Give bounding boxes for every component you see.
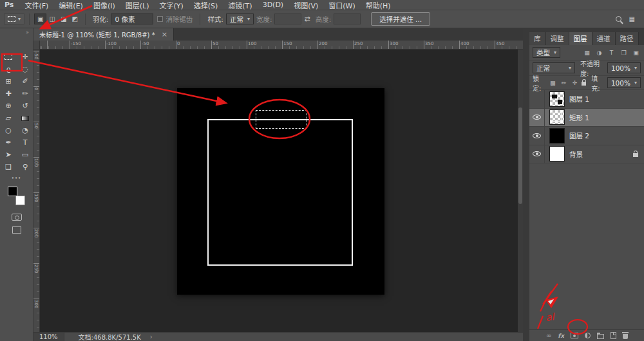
close-icon[interactable]: × (162, 30, 167, 39)
status-expand-icon[interactable]: › (150, 333, 153, 340)
layer-thumbnail[interactable] (549, 91, 565, 107)
menu-3d[interactable]: 3D(D) (258, 1, 289, 9)
menu-file[interactable]: 文件(F) (19, 0, 53, 10)
tool-type[interactable]: T (17, 136, 33, 149)
tool-move[interactable]: ✛ (17, 51, 33, 63)
tool-eyedropper[interactable]: ✐ (17, 75, 33, 88)
visibility-toggle[interactable] (529, 90, 545, 108)
tool-path-select[interactable]: ➤ (0, 149, 17, 161)
tool-preset-button[interactable]: ▾ (4, 14, 24, 24)
tool-zoom[interactable]: ⚲ (17, 161, 33, 173)
screen-mode-icon[interactable] (12, 226, 21, 234)
layer-row-rect1[interactable]: 矩形 1 (529, 109, 644, 127)
tool-gradient[interactable] (17, 112, 33, 124)
type-filter-icon[interactable]: T (607, 50, 616, 56)
visibility-toggle[interactable] (529, 127, 545, 145)
select-and-mask-button[interactable]: 选择并遮住 ... (371, 12, 430, 26)
delete-layer-icon[interactable] (623, 334, 628, 339)
visibility-toggle[interactable] (529, 145, 545, 163)
menu-type[interactable]: 文字(Y) (154, 0, 188, 10)
lock-all-icon[interactable] (582, 82, 586, 86)
new-selection-mode-icon[interactable]: ▣ (34, 14, 46, 24)
canvas-viewport[interactable] (40, 50, 523, 332)
gradient-icon (21, 116, 29, 121)
layer-row-layer1[interactable]: 图层 1 (529, 90, 644, 109)
intersect-selection-mode-icon[interactable]: ◩ (69, 14, 80, 24)
tool-rectangular-marquee[interactable] (0, 51, 17, 63)
layer-thumbnail[interactable] (549, 109, 565, 125)
zoom-level[interactable]: 110% (33, 333, 64, 341)
fill-select[interactable]: 100% ▾ (607, 77, 641, 88)
menu-layer[interactable]: 图层(L) (120, 0, 155, 10)
document-tab[interactable]: 未标题-1 @ 110% (矩形 1, RGB/8#) * × (33, 28, 174, 41)
menu-help[interactable]: 帮助(H) (361, 0, 396, 10)
tab-layers[interactable]: 图层 (569, 32, 592, 45)
tool-healing-brush[interactable]: ✚ (0, 88, 17, 100)
menu-select[interactable]: 选择(S) (189, 0, 223, 10)
tool-blur[interactable]: ○ (0, 124, 17, 136)
edit-toolbar-icon[interactable]: ••• (0, 176, 33, 181)
swap-dimensions-icon[interactable]: ⇄ (304, 15, 310, 23)
tool-shape[interactable]: ▭ (17, 149, 33, 161)
tool-eraser[interactable]: ▱ (0, 112, 17, 124)
ruler-label: 350 (425, 41, 433, 46)
tool-history-brush[interactable]: ↺ (17, 100, 33, 112)
canvas[interactable] (177, 88, 384, 295)
opacity-select[interactable]: 100% ▾ (607, 62, 641, 73)
antialias-checkbox[interactable] (157, 16, 163, 22)
style-select[interactable]: 正常 ▾ (226, 14, 254, 24)
link-layers-icon[interactable]: ∞ (546, 332, 551, 339)
adjustment-filter-icon[interactable]: ◑ (594, 50, 604, 56)
workspace-icon[interactable]: ▦ (629, 15, 635, 23)
add-layer-mask-icon[interactable] (571, 333, 578, 338)
smart-object-filter-icon[interactable]: ▣ (631, 50, 641, 56)
tool-clone-stamp[interactable]: ⊕ (0, 100, 17, 112)
scrollbar-thumb[interactable] (518, 107, 522, 204)
tool-brush[interactable]: ✏ (17, 88, 33, 100)
new-group-icon[interactable] (597, 334, 604, 339)
layer-thumbnail[interactable] (549, 128, 565, 143)
tab-adjustments[interactable]: 调整 (546, 32, 569, 45)
lock-position-icon[interactable]: ✛ (571, 80, 579, 86)
feather-input[interactable]: 0 像素 (111, 14, 153, 24)
layer-row-layer2[interactable]: 图层 2 (529, 127, 644, 145)
foreground-background-colors[interactable] (7, 187, 26, 206)
tool-pen[interactable]: ✒ (0, 136, 17, 149)
layer-thumbnail[interactable] (549, 146, 565, 161)
zoom-icon: ⚲ (23, 163, 28, 171)
subtract-selection-mode-icon[interactable]: ◪ (58, 14, 69, 24)
adjustment-layer-icon[interactable] (585, 333, 591, 338)
tab-library[interactable]: 库 (529, 32, 546, 45)
menu-view[interactable]: 视图(V) (289, 0, 323, 10)
menu-image[interactable]: 图像(I) (88, 0, 120, 10)
filter-type-select[interactable]: 类型 ▾ (533, 47, 560, 58)
tool-dodge[interactable]: ◔ (17, 124, 33, 136)
background-color-swatch[interactable] (15, 196, 25, 205)
lock-transparency-icon[interactable]: ▩ (549, 80, 557, 86)
height-input[interactable] (334, 14, 361, 24)
layer-style-icon[interactable]: fx (558, 333, 564, 339)
menu-filter[interactable]: 滤镜(T) (223, 0, 257, 10)
tab-paths[interactable]: 路径 (616, 32, 639, 45)
search-icon[interactable] (616, 16, 621, 22)
menu-edit[interactable]: 编辑(E) (53, 0, 88, 10)
add-selection-mode-icon[interactable]: ◫ (46, 14, 57, 24)
layer-row-background[interactable]: 背景 (529, 145, 644, 164)
visibility-toggle[interactable] (529, 109, 545, 127)
shape-filter-icon[interactable]: ❒ (619, 50, 629, 56)
new-layer-icon[interactable] (611, 332, 616, 339)
quick-mask-icon[interactable] (12, 214, 22, 221)
menu-window[interactable]: 窗口(W) (323, 0, 360, 10)
tool-crop[interactable]: ⊞ (0, 75, 17, 88)
tool-hand[interactable]: ❑ (0, 161, 17, 173)
lock-pixels-icon[interactable]: ✏ (560, 80, 568, 86)
pixel-filter-icon[interactable]: ▦ (582, 50, 592, 56)
blend-mode-select[interactable]: 正常 ▾ (533, 62, 575, 73)
toolbar-collapse-icon[interactable]: » (0, 28, 33, 35)
tool-quick-select[interactable]: ◌ (17, 63, 33, 75)
foreground-color-swatch[interactable] (8, 187, 17, 196)
vertical-scrollbar[interactable] (518, 50, 523, 332)
width-input[interactable] (274, 14, 301, 24)
tool-lasso[interactable]: ϱ (0, 63, 17, 75)
tab-channels[interactable]: 通道 (592, 32, 616, 45)
